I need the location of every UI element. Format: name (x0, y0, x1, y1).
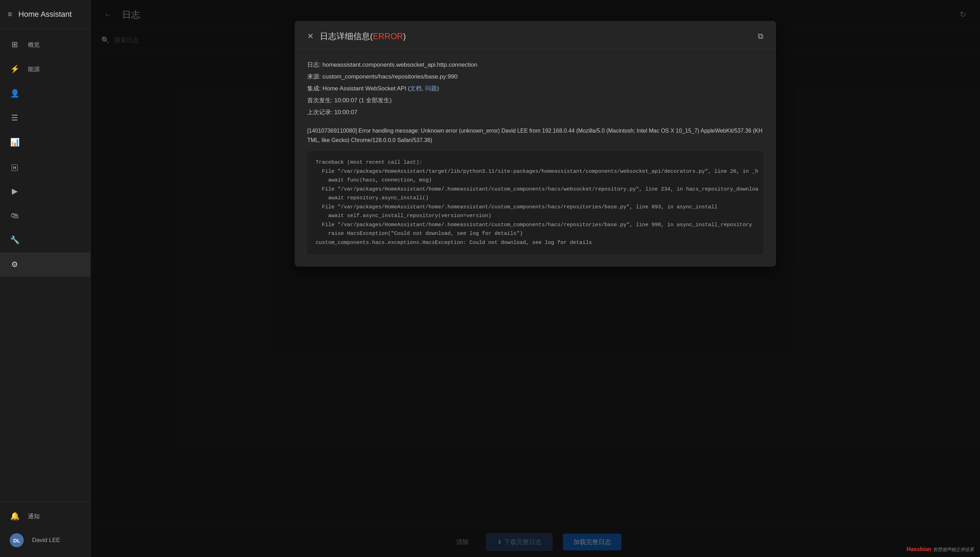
notifications-label: 通知 (28, 512, 40, 520)
media-icon: ▶ (10, 187, 19, 196)
profile-name: David LEE (32, 537, 60, 544)
overview-icon: ⊞ (10, 40, 19, 49)
modal-overlay[interactable]: ✕ 日志详细信息(ERROR) ⧉ 日志: homeassistant.comp… (91, 0, 980, 557)
sidebar-bottom: 🔔 通知 DL David LEE (0, 502, 90, 557)
modal-message: [140107369110080] Error handling message… (307, 126, 763, 145)
source-label: 来源: (307, 73, 321, 80)
integration-label: 集成: (307, 85, 321, 92)
list-icon: ☰ (10, 113, 19, 122)
modal-dialog: ✕ 日志详细信息(ERROR) ⧉ 日志: homeassistant.comp… (295, 21, 776, 267)
hacs-icon: H (10, 162, 19, 171)
sidebar-item-hacs[interactable]: H (0, 155, 90, 179)
sidebar-item-profile[interactable]: DL David LEE (0, 527, 90, 554)
sidebar-item-overview-label: 概览 (28, 41, 40, 49)
source-value: custom_components/hacs/repositories/base… (322, 73, 457, 80)
modal-header: ✕ 日志详细信息(ERROR) ⧉ (295, 21, 776, 49)
sidebar-item-tools[interactable]: 🔧 (0, 228, 90, 252)
modal-close-button[interactable]: ✕ (307, 32, 313, 41)
sidebar-item-store[interactable]: 🛍 (0, 204, 90, 228)
sidebar-nav: ⊞ 概览 ⚡ 能源 👤 ☰ 📊 H ▶ 🛍 🔧 (0, 29, 90, 502)
sidebar-item-energy-label: 能源 (28, 65, 40, 73)
issue-link[interactable]: 问题 (425, 85, 437, 92)
sidebar-item-media[interactable]: ▶ (0, 179, 90, 204)
sidebar-item-chart[interactable]: 📊 (0, 130, 90, 155)
watermark-subtitle: 智慧做声独立求佳系 (933, 547, 974, 552)
first-occurred-value: 10:00:07 (1 全部发生) (334, 97, 391, 104)
app-title: Home Assistant (18, 10, 72, 19)
modal-title-error: ERROR (373, 31, 403, 41)
sidebar-header: ≡ Home Assistant (0, 0, 90, 29)
chart-icon: 📊 (10, 138, 19, 147)
sidebar-item-list[interactable]: ☰ (0, 106, 90, 130)
last-recorded-label: 上次记录: (307, 109, 333, 116)
menu-toggle-icon[interactable]: ≡ (8, 10, 12, 19)
sidebar-item-notifications[interactable]: 🔔 通知 (0, 505, 90, 527)
main-content: ← 日志 ↻ 🔍 清除 ⬇ 下载完整日志 加载完整日志 ✕ 日志详细信息(ERR… (91, 0, 980, 557)
sidebar-item-settings[interactable]: ⚙ (0, 252, 90, 277)
sidebar: ≡ Home Assistant ⊞ 概览 ⚡ 能源 👤 ☰ 📊 H ▶ (0, 0, 91, 557)
modal-meta: 日志: homeassistant.components.websocket_a… (307, 59, 763, 118)
store-icon: 🛍 (10, 211, 19, 220)
watermark: Hassbian 智慧做声独立求佳系 (906, 546, 974, 553)
sidebar-item-energy[interactable]: ⚡ 能源 (0, 57, 90, 81)
doc-link[interactable]: 文档 (410, 85, 422, 92)
modal-body: 日志: homeassistant.components.websocket_a… (295, 49, 776, 267)
energy-icon: ⚡ (10, 65, 19, 73)
sidebar-item-overview[interactable]: ⊞ 概览 (0, 33, 90, 57)
user-icon: 👤 (10, 89, 19, 98)
modal-title: 日志详细信息(ERROR) (320, 31, 406, 42)
avatar: DL (10, 533, 24, 547)
watermark-brand: Hassbian (906, 546, 931, 552)
log-value: homeassistant.components.websocket_api.h… (322, 62, 477, 68)
notifications-icon: 🔔 (10, 511, 19, 521)
integration-name: Home Assistant WebSocket API ( (322, 85, 410, 92)
last-recorded-value: 10:00:07 (334, 109, 357, 116)
first-occurred-label: 首次发生: (307, 97, 333, 104)
sidebar-item-user[interactable]: 👤 (0, 81, 90, 106)
log-label: 日志: (307, 62, 321, 68)
modal-traceback: Traceback (most recent call last): File … (307, 151, 763, 254)
settings-icon: ⚙ (10, 260, 19, 269)
tools-icon: 🔧 (10, 236, 19, 245)
modal-copy-button[interactable]: ⧉ (758, 32, 763, 41)
